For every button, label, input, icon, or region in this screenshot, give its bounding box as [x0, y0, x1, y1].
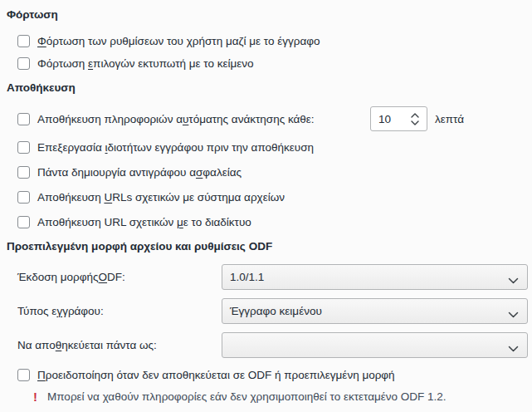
checkbox-row-load-user-settings[interactable]: Φόρτωση των ρυθμίσεων του χρήστη μαζί με… — [0, 32, 532, 50]
checkbox-row-relative-filesystem-urls[interactable]: Αποθήκευση URLs σχετικών με σύστημα αρχε… — [0, 188, 532, 206]
checkbox-edit-document-properties[interactable] — [17, 141, 30, 154]
spin-down-button[interactable] — [411, 120, 419, 125]
chevron-up-icon — [411, 113, 419, 118]
checkbox-row-autorecovery[interactable]: Αποθήκευση πληροφοριών αυτόματης ανάκτησ… — [0, 106, 532, 131]
autorecovery-minutes-unit: λεπτά — [435, 106, 464, 131]
odf-version-select[interactable]: 1.0/1.1 — [222, 264, 528, 290]
checkbox-load-printer-settings[interactable] — [17, 57, 30, 70]
odf-warning-note: ! Μπορεί να χαθούν πληροφορίες εάν δεν χ… — [0, 387, 532, 405]
checkbox-label: Αποθήκευση πληροφοριών αυτόματης ανάκτησ… — [37, 113, 315, 125]
section-title-odf: Προεπιλεγμένη μορφή αρχείου και ρυθμίσει… — [7, 239, 272, 253]
checkbox-autorecovery[interactable] — [17, 113, 30, 125]
chevron-down-icon — [508, 308, 519, 321]
checkbox-relative-internet-urls[interactable] — [17, 216, 30, 228]
spinner-value[interactable]: 10 — [371, 113, 411, 125]
checkbox-relative-filesystem-urls[interactable] — [17, 191, 30, 204]
chevron-down-icon — [508, 274, 519, 287]
checkbox-label: Προειδοποίηση όταν δεν αποθηκεύεται σε O… — [37, 369, 395, 381]
checkbox-row-load-printer-settings[interactable]: Φόρτωση επιλογών εκτυπωτή με το κείμενο — [0, 54, 532, 72]
document-type-select[interactable]: Έγγραφο κειμένου — [222, 298, 528, 324]
warning-note-text: Μπορεί να χαθούν πληροφορίες εάν δεν χρη… — [47, 390, 447, 403]
checkbox-label: Επεξεργασία ιδιοτήτων εγγράφου πριν την … — [37, 141, 314, 154]
checkbox-label: Αποθήκευση URL σχετικών με το διαδίκτυο — [37, 216, 251, 228]
checkbox-odf-warning[interactable] — [17, 369, 30, 381]
section-title-save: Αποθήκευση — [7, 81, 76, 95]
document-type-row: Τύπος εγγράφου: Έγγραφο κειμένου — [0, 298, 532, 324]
checkbox-row-edit-document-properties[interactable]: Επεξεργασία ιδιοτήτων εγγράφου πριν την … — [0, 138, 532, 156]
chevron-down-icon — [411, 120, 419, 125]
odf-version-row: Έκδοση μορφής ODF: 1.0/1.1 — [0, 264, 532, 290]
odf-version-label: Έκδοση μορφής ODF: — [17, 264, 125, 290]
section-title-load: Φόρτωση — [7, 7, 58, 22]
checkbox-row-odf-warning[interactable]: Προειδοποίηση όταν δεν αποθηκεύεται σε O… — [0, 365, 532, 384]
chevron-down-icon — [508, 342, 519, 355]
document-type-label: Τύπος εγγράφου: — [17, 298, 104, 324]
autorecovery-minutes-spinner[interactable]: 10 — [370, 106, 427, 131]
spin-up-button[interactable] — [411, 113, 419, 118]
checkbox-load-user-settings[interactable] — [17, 35, 30, 47]
load-save-general-options-panel: Φόρτωση Φόρτωση των ρυθμίσεων του χρήστη… — [0, 0, 532, 412]
checkbox-row-relative-internet-urls[interactable]: Αποθήκευση URL σχετικών με το διαδίκτυο — [0, 213, 532, 231]
checkbox-backup-copy[interactable] — [17, 166, 30, 179]
checkbox-label: Πάντα δημιουργία αντιγράφου ασφαλείας — [37, 166, 242, 179]
spinner-buttons — [411, 113, 427, 125]
warning-exclamation-icon: ! — [33, 390, 37, 404]
checkbox-label: Φόρτωση των ρυθμίσεων του χρήστη μαζί με… — [37, 35, 320, 47]
checkbox-row-backup-copy[interactable]: Πάντα δημιουργία αντιγράφου ασφαλείας — [0, 163, 532, 181]
checkbox-label: Φόρτωση επιλογών εκτυπωτή με το κείμενο — [37, 57, 254, 70]
selected-value: Έγγραφο κειμένου — [230, 305, 322, 317]
selected-value: 1.0/1.1 — [230, 271, 264, 283]
always-save-as-label: Να αποθηκεύεται πάντα ως: — [17, 332, 157, 358]
always-save-as-row: Να αποθηκεύεται πάντα ως: — [0, 332, 532, 358]
checkbox-label: Αποθήκευση URLs σχετικών με σύστημα αρχε… — [37, 191, 285, 204]
always-save-as-select[interactable] — [222, 332, 528, 358]
